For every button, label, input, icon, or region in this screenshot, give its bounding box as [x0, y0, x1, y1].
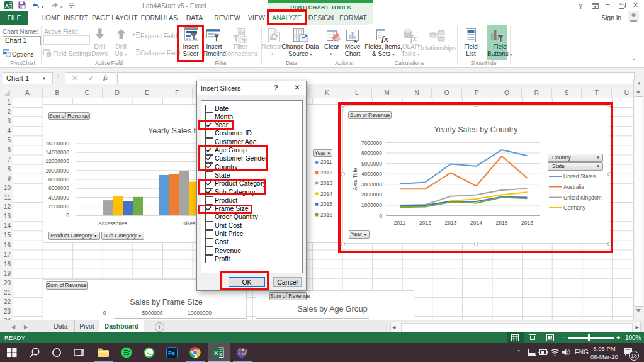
- svg-text:2012: 2012: [320, 169, 332, 176]
- svg-text:2013: 2013: [320, 180, 332, 186]
- svg-text:10000000: 10000000: [188, 310, 212, 316]
- svg-text:5000000: 5000000: [142, 310, 162, 316]
- svg-text:i: i: [48, 52, 50, 57]
- svg-text:Sales by Frame Size: Sales by Frame Size: [130, 298, 202, 307]
- svg-text:2016: 2016: [320, 212, 332, 218]
- svg-text:X: X: [5, 2, 9, 9]
- svg-text:16000000: 16000000: [45, 140, 69, 147]
- svg-text:12000000: 12000000: [45, 158, 69, 164]
- svg-text:-: -: [132, 48, 134, 55]
- svg-text:2000000: 2000000: [48, 203, 69, 210]
- svg-text:+: +: [132, 31, 135, 38]
- svg-text:Sales by Age Group: Sales by Age Group: [297, 305, 367, 314]
- svg-text:Ps: Ps: [168, 350, 175, 356]
- svg-text:Accessories: Accessories: [98, 220, 127, 227]
- svg-text:0: 0: [66, 212, 69, 218]
- svg-text:0: 0: [103, 310, 106, 316]
- svg-text:14000000: 14000000: [45, 149, 69, 156]
- svg-text:Bikes: Bikes: [183, 220, 196, 227]
- svg-text:2015: 2015: [320, 201, 332, 207]
- svg-text:X: X: [214, 349, 218, 356]
- svg-text:10000000: 10000000: [45, 167, 69, 174]
- svg-text:8000000: 8000000: [48, 176, 69, 183]
- svg-text:2014: 2014: [320, 191, 332, 197]
- svg-text:2011: 2011: [320, 159, 332, 165]
- svg-text:4000000: 4000000: [48, 195, 69, 201]
- svg-text:6000000: 6000000: [48, 185, 69, 191]
- svg-text:fx: fx: [410, 34, 417, 43]
- svg-text:fx: fx: [381, 34, 388, 43]
